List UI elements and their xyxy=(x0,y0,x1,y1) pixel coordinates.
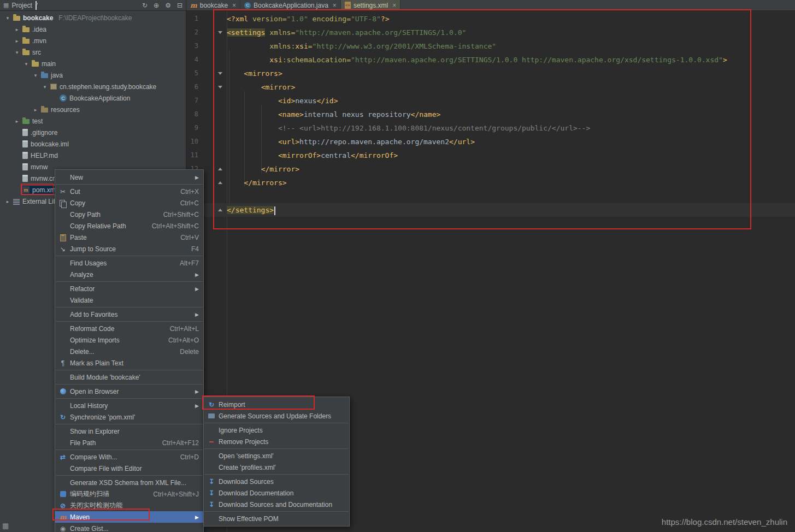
tab-settings-xml[interactable]: <>settings.xml× xyxy=(341,0,401,10)
menu-icon-placeholder xyxy=(58,285,68,293)
tree-item-bookcake-iml[interactable]: bookcake.iml xyxy=(0,138,186,150)
tree-item-java[interactable]: ▾java xyxy=(0,69,186,81)
fold-marker-icon[interactable] xyxy=(198,67,227,80)
settings-gear-icon[interactable]: ⚙ xyxy=(165,2,171,9)
tree-item-cn-stephen-leung-study-bookcake[interactable]: ▾cn.stephen.leung.study.bookcake xyxy=(0,81,186,92)
tree-item-main[interactable]: ▾main xyxy=(0,58,186,69)
right-arrow-icon[interactable]: ▸ xyxy=(13,27,21,32)
tree-item-bookcakeapplication[interactable]: CBookcakeApplication xyxy=(0,92,186,104)
tree-item-gitignore[interactable]: .gitignore xyxy=(0,127,186,138)
fold-marker-icon[interactable] xyxy=(198,80,227,94)
menu-item-file-path[interactable]: File PathCtrl+Alt+F12 xyxy=(55,437,203,448)
submenu-item-remove-projects[interactable]: −Remove Projects xyxy=(204,436,349,447)
tree-item-src[interactable]: ▾src xyxy=(0,46,186,58)
menu-item-jump-to-source[interactable]: ↘Jump to SourceF4 xyxy=(55,243,203,255)
menu-item-maven[interactable]: mMaven▶ xyxy=(55,511,203,523)
menu-item-generate-xsd-schema-from-xml-file[interactable]: Generate XSD Schema from XML File... xyxy=(55,477,203,488)
down-arrow-icon[interactable]: ▾ xyxy=(31,73,40,78)
tree-item-label: pom.xml xyxy=(32,186,57,194)
menu-item-cut[interactable]: ✂CutCtrl+X xyxy=(55,186,203,197)
menu-item-synchronize-pom-xml[interactable]: ↻Synchronize 'pom.xml' xyxy=(55,411,203,423)
code-line-14[interactable]: 14 xyxy=(186,190,795,203)
code-line-6[interactable]: 6 <mirror> xyxy=(186,80,795,94)
menu-item-validate[interactable]: Validate xyxy=(55,294,203,306)
down-arrow-icon[interactable]: ▾ xyxy=(22,61,31,67)
code-line-9[interactable]: 9 <!-- <url>http://192.168.1.100:8081/ne… xyxy=(186,121,795,135)
submenu-item-ignore-projects[interactable]: Ignore Projects xyxy=(204,424,349,436)
submenu-item-open-settings-xml[interactable]: Open 'settings.xml' xyxy=(204,450,349,462)
tree-item-help-md[interactable]: HELP.md xyxy=(0,150,186,161)
menu-item-build-module-bookcake[interactable]: Build Module 'bookcake' xyxy=(55,371,203,383)
menu-item-find-usages[interactable]: Find UsagesAlt+F7 xyxy=(55,257,203,269)
tree-item-label: .idea xyxy=(32,26,46,33)
menu-item-mark-as-plain-text[interactable]: ¶Mark as Plain Text xyxy=(55,357,203,369)
tree-item-test[interactable]: ▸test xyxy=(0,115,186,127)
code-line-10[interactable]: 10 <url>http://repo.maven.apache.org/mav… xyxy=(186,135,795,149)
menu-item-delete[interactable]: Delete...Delete xyxy=(55,346,203,357)
class-file-icon: C xyxy=(244,2,251,9)
menu-item-local-history[interactable]: Local History▶ xyxy=(55,400,203,411)
right-arrow-icon[interactable]: ▸ xyxy=(13,119,21,124)
collapse-all-icon[interactable]: ⊟ xyxy=(177,2,182,9)
code-line-7[interactable]: 7 <id>nexus</id> xyxy=(186,94,795,108)
menu-item-item[interactable]: 编码规约扫描Ctrl+Alt+Shift+J xyxy=(55,488,203,500)
submenu-item-reimport[interactable]: ↻Reimport xyxy=(204,399,349,410)
close-icon[interactable]: × xyxy=(232,2,236,9)
menu-shortcut: Ctrl+Alt+Shift+C xyxy=(152,222,199,230)
code-line-11[interactable]: 11 <mirrorOf>central</mirrorOf> xyxy=(186,149,795,162)
menu-item-copy[interactable]: CopyCtrl+C xyxy=(55,197,203,209)
submenu-item-download-sources-and-documentation[interactable]: ↧Download Sources and Documentation xyxy=(204,499,349,510)
tree-item-resources[interactable]: ▸resources xyxy=(0,104,186,115)
code-line-3[interactable]: 3 xmlns:xsi="http://www.w3.org/2001/XMLS… xyxy=(186,39,795,53)
menu-item-paste[interactable]: PasteCtrl+V xyxy=(55,232,203,243)
down-arrow-icon[interactable]: ▾ xyxy=(13,50,21,55)
submenu-item-download-sources[interactable]: ↧Download Sources xyxy=(204,476,349,487)
code-view[interactable]: 1<?xml version="1.0" encoding="UTF-8"?>2… xyxy=(186,12,795,217)
tab-bookcakeapplication-java[interactable]: CBookcakeApplication.java× xyxy=(240,0,341,10)
code-line-4[interactable]: 4 xsi:schemaLocation="http://maven.apach… xyxy=(186,53,795,67)
menu-item-create-gist[interactable]: ◉Create Gist... xyxy=(55,523,203,532)
right-arrow-icon[interactable]: ▸ xyxy=(3,199,12,204)
tree-item-mvn[interactable]: ▸.mvn xyxy=(0,35,186,46)
tab-bookcake[interactable]: mbookcake× xyxy=(186,0,240,10)
right-arrow-icon[interactable]: ▸ xyxy=(31,107,40,113)
submenu-item-show-effective-pom[interactable]: Show Effective POM xyxy=(204,513,349,524)
menu-item-new[interactable]: New▶ xyxy=(55,172,203,183)
down-arrow-icon[interactable]: ▾ xyxy=(3,15,12,21)
code-line-1[interactable]: 1<?xml version="1.0" encoding="UTF-8"?> xyxy=(186,12,795,26)
code-line-12[interactable]: 12 </mirror> xyxy=(186,162,795,176)
code-line-5[interactable]: 5 <mirrors> xyxy=(186,67,795,80)
project-panel-header[interactable]: ▦ Project ▾ ↻⊕⚙⊟ xyxy=(0,0,186,10)
submenu-item-download-documentation[interactable]: ↧Download Documentation xyxy=(204,487,349,499)
code-line-2[interactable]: 2<settings xmlns="http://maven.apache.or… xyxy=(186,26,795,39)
submenu-item-create-profiles-xml[interactable]: Create 'profiles.xml' xyxy=(204,462,349,473)
right-arrow-icon[interactable]: ▸ xyxy=(13,38,21,44)
menu-item-item[interactable]: ⊘关闭实时检测功能 xyxy=(55,500,203,511)
menu-item-reformat-code[interactable]: Reformat CodeCtrl+Alt+L xyxy=(55,323,203,334)
menu-item-copy-path[interactable]: Copy PathCtrl+Shift+C xyxy=(55,209,203,220)
sync-icon[interactable]: ↻ xyxy=(142,2,148,9)
menu-item-optimize-imports[interactable]: Optimize ImportsCtrl+Alt+O xyxy=(55,334,203,346)
maven-icon: m xyxy=(58,513,68,522)
fold-marker-icon[interactable] xyxy=(198,26,227,39)
tree-item-bookcake[interactable]: ▾bookcakeF:\IDEAProject\bookcake xyxy=(0,12,186,23)
code-line-13[interactable]: 13 </mirrors> xyxy=(186,176,795,190)
menu-item-copy-relative-path[interactable]: Copy Relative PathCtrl+Alt+Shift+C xyxy=(55,220,203,232)
menu-item-add-to-favorites[interactable]: Add to Favorites▶ xyxy=(55,309,203,320)
code-line-8[interactable]: 8 <name>internal nexus repository</name> xyxy=(186,108,795,121)
tree-item-idea[interactable]: ▸.idea xyxy=(0,23,186,35)
code-line-15[interactable]: 15</settings> xyxy=(186,203,795,217)
menu-item-compare-with[interactable]: ⇄Compare With...Ctrl+D xyxy=(55,451,203,463)
chevron-down-icon[interactable]: ▾ xyxy=(36,1,37,10)
menu-item-compare-file-with-editor[interactable]: Compare File with Editor xyxy=(55,463,203,474)
locate-file-icon[interactable]: ⊕ xyxy=(154,2,159,9)
submenu-item-generate-sources-and-update-folders[interactable]: Generate Sources and Update Folders xyxy=(204,410,349,422)
down-arrow-icon[interactable]: ▾ xyxy=(40,84,49,90)
menu-item-open-in-browser[interactable]: Open in Browser▶ xyxy=(55,386,203,397)
close-icon[interactable]: × xyxy=(333,2,337,9)
menu-item-analyze[interactable]: Analyze▶ xyxy=(55,269,203,280)
tool-window-stripe-icon[interactable]: ▦ xyxy=(2,522,9,530)
menu-item-show-in-explorer[interactable]: Show in Explorer xyxy=(55,425,203,437)
close-icon[interactable]: × xyxy=(392,2,396,9)
menu-item-refactor[interactable]: Refactor▶ xyxy=(55,283,203,294)
